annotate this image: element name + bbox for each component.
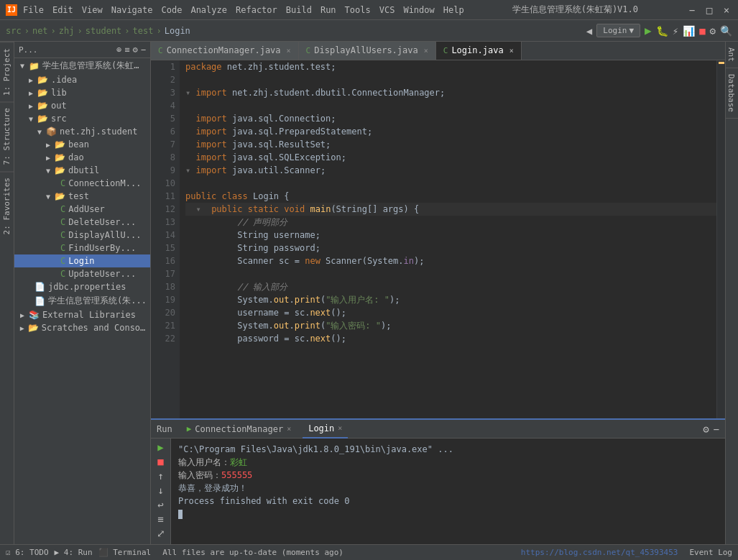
vtab-database[interactable]: Database xyxy=(726,68,738,119)
settings-icon[interactable]: ⚙ xyxy=(710,25,716,37)
tree-idea[interactable]: ▶ 📂 .idea xyxy=(14,73,150,86)
tree-out[interactable]: ▶ 📂 out xyxy=(14,99,150,112)
btab-close-login[interactable]: × xyxy=(338,424,342,432)
minimize-button[interactable]: − xyxy=(686,4,698,16)
run-icon[interactable]: ▶ xyxy=(645,24,652,37)
search-icon[interactable]: 🔍 xyxy=(720,25,732,37)
tab-display-all-users[interactable]: C DisplayAllUsers.java × xyxy=(299,42,436,60)
event-log-button[interactable]: Event Log xyxy=(689,548,732,557)
tree-jdbc-props[interactable]: 📄 jdbc.properties xyxy=(14,280,150,293)
menu-code[interactable]: Code xyxy=(162,5,183,15)
menu-analyze[interactable]: Analyze xyxy=(190,5,227,15)
sep3: › xyxy=(78,26,83,36)
menu-file[interactable]: File xyxy=(23,5,44,15)
vtab-structure[interactable]: 7: Structure xyxy=(0,101,14,170)
menu-edit[interactable]: Edit xyxy=(52,5,73,15)
tree-dbutil[interactable]: ▼ 📂 dbutil xyxy=(14,164,150,177)
tree-dao[interactable]: ▶ 📂 dao xyxy=(14,151,150,164)
left-vertical-tabs: 1: Project 7: Structure 2: Favorites xyxy=(0,42,14,544)
terminal-button[interactable]: ⬛ Terminal xyxy=(98,548,152,557)
tree-displayallusers[interactable]: C DisplayAllU... xyxy=(14,229,150,242)
vtab-project[interactable]: 1: Project xyxy=(0,42,14,101)
tree-updateuser[interactable]: C UpdateUser... xyxy=(14,267,150,280)
tree-lib[interactable]: ▶ 📂 lib xyxy=(14,86,150,99)
expand-icon[interactable]: ⤢ xyxy=(157,528,165,539)
sidebar-icon-1[interactable]: ⊕ xyxy=(116,45,121,55)
menu-refactor[interactable]: Refactor xyxy=(236,5,277,15)
tab-close-1[interactable]: × xyxy=(287,47,291,55)
run-stop-icon[interactable]: ■ xyxy=(157,456,163,467)
code-line-3: ▾ import net.zhj.student.dbutil.Connecti… xyxy=(185,86,716,99)
tree-adduser[interactable]: C AddUser xyxy=(14,203,150,216)
wrap-icon[interactable]: ↩ xyxy=(157,499,163,510)
run-status-button[interactable]: ▶ 4: Run xyxy=(55,548,93,557)
breadcrumb-src[interactable]: src xyxy=(6,26,22,36)
tree-scratches[interactable]: ▶ 📂 Scratches and Consoles xyxy=(14,321,150,334)
code-line-19: System.out.print("输入用户名: "); xyxy=(185,293,716,306)
menu-help[interactable]: Help xyxy=(443,5,464,15)
menu-navigate[interactable]: Navigate xyxy=(111,5,153,15)
tab-close-2[interactable]: × xyxy=(424,47,428,55)
filter-icon[interactable]: ≡ xyxy=(157,513,163,525)
tree-test[interactable]: ▼ 📂 test xyxy=(14,190,150,203)
stop-icon[interactable]: ■ xyxy=(699,25,705,37)
tree-root[interactable]: ▼ 📁 学生信息管理系统(朱虹菊) xyxy=(14,58,150,73)
tab-connection-manager[interactable]: C ConnectionManager.java × xyxy=(151,42,299,60)
breadcrumb-student[interactable]: student xyxy=(86,26,122,36)
maximize-button[interactable]: □ xyxy=(704,4,715,16)
todo-button[interactable]: ☑ 6: TODO xyxy=(6,548,49,557)
profile-icon[interactable]: 📊 xyxy=(683,25,695,37)
code-line-15: String password; xyxy=(185,242,716,254)
tab-close-3[interactable]: × xyxy=(509,47,514,55)
tree-net-zhj[interactable]: ▼ 📦 net.zhj.student xyxy=(14,125,150,138)
menu-window[interactable]: Window xyxy=(403,5,434,15)
tree-login[interactable]: C Login xyxy=(14,254,150,267)
breadcrumb-net[interactable]: net xyxy=(32,26,48,36)
scroll-up-icon[interactable]: ↑ xyxy=(157,470,163,482)
tree-project-file[interactable]: 📄 学生信息管理系统(朱... xyxy=(14,293,150,308)
tree-connection-mgr[interactable]: C ConnectionM... xyxy=(14,177,150,190)
status-message: All files are up-to-date (moments ago) xyxy=(162,548,343,557)
breadcrumb-file[interactable]: Login xyxy=(165,26,190,36)
scroll-down-icon[interactable]: ↓ xyxy=(157,485,163,496)
tree-src[interactable]: ▼ 📂 src xyxy=(14,112,150,125)
menu-view[interactable]: View xyxy=(82,5,103,15)
debug-icon[interactable]: 🐛 xyxy=(656,25,668,37)
btab-connection-manager[interactable]: ▶ ConnectionManager × xyxy=(181,420,297,439)
close-icon-bottom[interactable]: − xyxy=(714,423,719,435)
vtab-ant[interactable]: Ant xyxy=(726,42,738,68)
back-icon[interactable]: ◀ xyxy=(586,25,592,37)
code-line-14: String username; xyxy=(185,229,716,242)
breadcrumb-zhj[interactable]: zhj xyxy=(59,26,75,36)
sep1: › xyxy=(24,26,29,36)
menu-vcs[interactable]: VCS xyxy=(379,5,395,15)
breadcrumb-test[interactable]: test xyxy=(133,26,154,36)
settings-icon-bottom[interactable]: ⚙ xyxy=(703,423,709,435)
tree-bean[interactable]: ▶ 📂 bean xyxy=(14,138,150,151)
sidebar-icon-close[interactable]: − xyxy=(141,45,146,55)
code-editor[interactable]: 1 2 3 4 5 6 7 8 9 10 11 12 13 14 xyxy=(151,60,725,418)
tree-external-libraries[interactable]: ▶ 📚 External Libraries xyxy=(14,308,150,321)
btab-login[interactable]: Login × xyxy=(303,420,348,439)
tab-login[interactable]: C Login.java × xyxy=(436,42,522,60)
code-content[interactable]: package net.zhj.student.test; ▾ import n… xyxy=(180,60,716,418)
tree-deleteuser[interactable]: C DeleteUser... xyxy=(14,216,150,229)
sidebar-icon-2[interactable]: ≡ xyxy=(124,45,129,55)
status-link[interactable]: https://blog.csdn.net/qt_45393453 xyxy=(521,548,678,557)
menu-run[interactable]: Run xyxy=(320,5,336,15)
menu-build[interactable]: Build xyxy=(286,5,312,15)
btab-close-cm[interactable]: × xyxy=(287,425,291,433)
login-button[interactable]: Login ▼ xyxy=(596,24,640,37)
sidebar-icon-gear[interactable]: ⚙ xyxy=(133,45,138,55)
run-play-icon[interactable]: ▶ xyxy=(157,441,163,453)
bottom-tabs-right: ⚙ − xyxy=(703,423,719,435)
close-button[interactable]: × xyxy=(721,4,732,16)
vtab-favorites[interactable]: 2: Favorites xyxy=(0,171,14,240)
coverage-icon[interactable]: ⚡ xyxy=(673,25,678,37)
code-line-11: public class Login { xyxy=(185,190,716,203)
menu-tools[interactable]: Tools xyxy=(345,5,371,15)
toolbar-right: ◀ Login ▼ ▶ 🐛 ⚡ 📊 ■ ⚙ 🔍 xyxy=(586,24,732,37)
tree-finduserby[interactable]: C FindUserBy... xyxy=(14,242,150,254)
title-bar: IJ File Edit View Navigate Code Analyze … xyxy=(0,0,738,20)
sidebar-icons: ⊕ ≡ ⚙ − xyxy=(116,45,146,55)
